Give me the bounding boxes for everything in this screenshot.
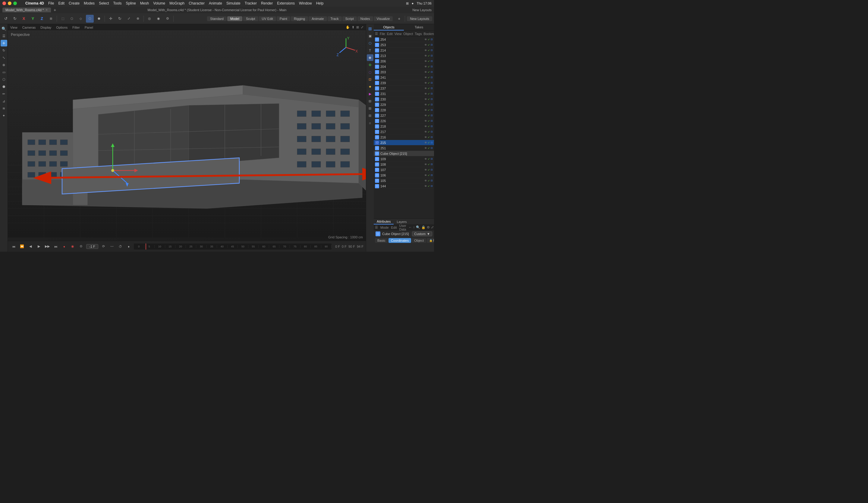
obj-vis-108[interactable]: 👁: [424, 163, 427, 166]
cameras-menu[interactable]: Cameras: [22, 26, 36, 29]
obj-check-144[interactable]: ✓: [428, 185, 430, 188]
obj-check-109[interactable]: ✓: [428, 158, 430, 161]
obj-tag-213[interactable]: ⊡: [431, 54, 433, 57]
tab-objects[interactable]: Objects: [374, 24, 404, 30]
transform-tool-btn[interactable]: ⊕: [134, 15, 142, 23]
obj-row-231[interactable]: ⬡ 231 👁 ✓ ⊡: [374, 91, 434, 97]
object-manager-btn[interactable]: ⊞: [367, 26, 373, 32]
menu-render[interactable]: Render: [261, 1, 273, 6]
menu-mograph[interactable]: MoGraph: [169, 1, 185, 6]
obj-vis-109[interactable]: 👁: [424, 158, 427, 161]
obj-tag-253[interactable]: ⊡: [431, 43, 433, 46]
print-btn[interactable]: ⊟: [367, 98, 373, 104]
x-axis-btn[interactable]: X: [20, 15, 28, 23]
menu-create[interactable]: Create: [69, 1, 80, 6]
obj-row-226[interactable]: ⬡ 226 👁 ✓ ⊡: [374, 118, 434, 124]
obj-check-105[interactable]: ✓: [428, 179, 430, 182]
settings-ri-btn[interactable]: ☼: [367, 120, 373, 126]
scale-lt-btn[interactable]: ⤡: [1, 54, 7, 61]
search-lt-btn[interactable]: 🔍: [1, 26, 7, 32]
sub-tab-phong[interactable]: 🔒 Phong: [427, 238, 434, 243]
attr-back-icon[interactable]: ←: [409, 225, 412, 229]
markers-btn[interactable]: ♦: [125, 243, 132, 250]
menu-extensions[interactable]: Extensions: [277, 1, 295, 6]
close-button[interactable]: [2, 1, 6, 5]
obj-check-206[interactable]: ✓: [428, 60, 430, 63]
obj-tag-237[interactable]: ⊡: [431, 87, 433, 90]
motion-btn[interactable]: 〰: [108, 243, 115, 250]
z-axis-btn[interactable]: Z: [38, 15, 46, 23]
sub-tab-object[interactable]: Object: [412, 238, 426, 243]
panel-menu-icon[interactable]: ☰: [375, 32, 378, 36]
obj-row-228[interactable]: ⬡ 228 👁 ✓ ⊡: [374, 108, 434, 113]
obj-vis-106[interactable]: 👁: [424, 174, 427, 177]
minimize-button[interactable]: [8, 1, 11, 5]
viewport-main[interactable]: View Cameras Display Options Filter Pane…: [8, 24, 366, 241]
panel-file[interactable]: File: [380, 32, 385, 36]
attr-expand-icon[interactable]: ⤢: [431, 225, 434, 229]
obj-tag-144[interactable]: ⊡: [431, 185, 433, 188]
move-tool-btn[interactable]: ✛: [107, 15, 114, 23]
obj-tag-239[interactable]: ⊡: [431, 81, 433, 84]
attr-forward-icon[interactable]: ↑: [413, 225, 415, 229]
obj-vis-216[interactable]: 👁: [424, 136, 427, 139]
filter-menu[interactable]: Filter: [72, 26, 80, 29]
obj-vis-218[interactable]: 👁: [424, 125, 427, 128]
timeline-play[interactable]: ▶: [35, 243, 42, 250]
print2-btn[interactable]: ⊟: [367, 105, 373, 112]
menu-edit[interactable]: Edit: [58, 1, 64, 6]
new-layouts-btn[interactable]: New Layouts: [412, 8, 432, 12]
obj-tag-108[interactable]: ⊡: [431, 163, 433, 165]
magnet-lt-btn[interactable]: ✦: [1, 112, 7, 119]
obj-tag-229[interactable]: ⊡: [431, 103, 433, 106]
timeline-track[interactable]: 0 5 10 15 20 25 30 35 40 45 50 55 60 65: [134, 243, 331, 250]
maximize-button[interactable]: [13, 1, 17, 5]
paint-lt-btn[interactable]: ✏: [1, 91, 7, 97]
obj-check-216[interactable]: ✓: [428, 136, 430, 139]
zoom-icon[interactable]: ⬆: [352, 26, 354, 29]
menu-mesh[interactable]: Mesh: [140, 1, 149, 6]
obj-row-239[interactable]: ⬡ 239 👁 ✓ ⊡: [374, 80, 434, 86]
obj-row-251[interactable]: ⬡ 251 👁 ✓ ⊡: [374, 145, 434, 151]
print3-btn[interactable]: ⊟: [367, 112, 373, 119]
obj-check-254[interactable]: ✓: [428, 38, 430, 41]
menu-character[interactable]: Character: [189, 1, 205, 6]
sculpt-lt-btn[interactable]: ⊿: [1, 98, 7, 104]
mode-track[interactable]: Track: [328, 16, 342, 21]
obj-check-226[interactable]: ✓: [428, 120, 430, 122]
objects-list[interactable]: ⬡ 254 👁 ✓ ⊡ ⬡ 253 👁 ✓: [374, 37, 434, 219]
obj-check-228[interactable]: ✓: [428, 109, 430, 112]
mode-nodes[interactable]: Nodes: [358, 16, 373, 21]
menu-tracker[interactable]: Tracker: [245, 1, 257, 6]
obj-vis-253[interactable]: 👁: [424, 43, 427, 47]
obj-row-254[interactable]: ⬡ 254 👁 ✓ ⊡: [374, 37, 434, 42]
timeline-prev-frame[interactable]: ◀: [27, 243, 34, 250]
tab-takes[interactable]: Takes: [404, 24, 434, 30]
lasso-btn[interactable]: ⬡: [1, 76, 7, 83]
obj-row-253[interactable]: ⬡ 253 👁 ✓ ⊡: [374, 42, 434, 48]
obj-check-239[interactable]: ✓: [428, 81, 430, 84]
obj-vis-204[interactable]: 👁: [424, 65, 427, 68]
menu-spline[interactable]: Spline: [126, 1, 136, 6]
panel-object[interactable]: Object: [403, 32, 413, 36]
obj-row-144[interactable]: ⬡ 144 👁 ✓ ⊡: [374, 183, 434, 189]
attr-mode[interactable]: Mode: [380, 226, 389, 229]
tab-attributes[interactable]: Attributes: [374, 219, 394, 224]
obj-tag-204[interactable]: ⊡: [431, 65, 433, 68]
model-mode-btn[interactable]: ⬢: [95, 15, 103, 23]
rotate-lt-circle-btn[interactable]: ↻: [1, 47, 7, 54]
obj-row-217[interactable]: ⬡ 217 👁 ✓ ⊡: [374, 129, 434, 134]
obj-tag-215[interactable]: ⊡: [431, 141, 433, 144]
timeline-go-start[interactable]: ⏮: [10, 243, 17, 250]
obj-check-215[interactable]: ✓: [428, 141, 430, 144]
obj-vis-228[interactable]: 👁: [424, 109, 427, 112]
obj-row-241[interactable]: ⬡ 241 👁 ✓ ⊡: [374, 75, 434, 80]
mode-paint[interactable]: Paint: [277, 16, 290, 21]
obj-row-214[interactable]: ⬡ 214 👁 ✓ ⊡: [374, 48, 434, 53]
obj-check-217[interactable]: ✓: [428, 130, 430, 133]
timeline-go-end[interactable]: ⏭: [52, 243, 59, 250]
obj-tag-109[interactable]: ⊡: [431, 158, 433, 160]
video-btn[interactable]: ▶: [367, 91, 373, 97]
obj-vis-206[interactable]: 👁: [424, 60, 427, 63]
attr-search-icon[interactable]: 🔍: [416, 225, 420, 229]
